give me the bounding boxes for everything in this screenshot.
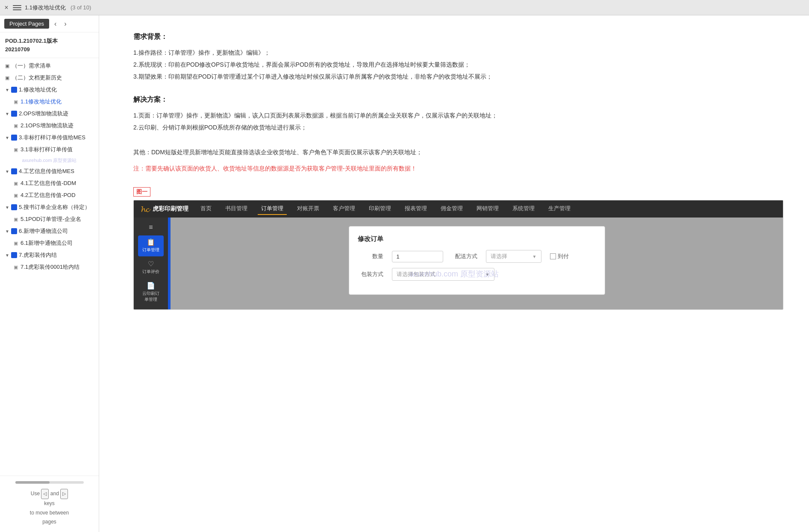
nav-catalog[interactable]: 书目管理 (222, 203, 251, 215)
nav-customers[interactable]: 客户管理 (329, 203, 359, 215)
sidebar-section-label: 6.新增中通物流公司 (19, 227, 68, 235)
nav-system[interactable]: 系统管理 (509, 203, 538, 215)
next-page-button[interactable]: › (62, 19, 69, 29)
left-panel-cloud-print[interactable]: 📄 云印刷订单管理 (138, 279, 164, 306)
other-section: 其他：DDM短版处理员新增地址页能直接筛选该企业收货地址、客户角色下单页面仅展示… (133, 146, 783, 174)
sidebar-sub-label: 4.2工艺信息传值-POD (21, 191, 76, 199)
sidebar-item-label: （二）文档更新历史 (12, 74, 62, 82)
section-color-bar (11, 87, 17, 93)
nav-online[interactable]: 网销管理 (473, 203, 502, 215)
sidebar-bottom: Use ◁ and ▷ keys to move between pages (0, 476, 99, 532)
quantity-input[interactable] (392, 251, 443, 262)
sidebar-section-3[interactable]: ▼ 3.非标打样订单传值给MES (0, 132, 99, 144)
delivery-select[interactable]: 请选择 ▼ (486, 250, 541, 263)
scrollbar-thumb[interactable] (15, 481, 50, 484)
screenshot-topbar: 𝓱𝓬 虎彩印刷管理 首页 书目管理 订单管理 对账开票 客户管理 印刷管理 报表… (134, 200, 783, 218)
sidebar-item-s2-1[interactable]: ▣ 2.1OPS增加物流轨迹 (0, 120, 99, 132)
screenshot-container: 𝓱𝓬 虎彩印刷管理 首页 书目管理 订单管理 对账开票 客户管理 印刷管理 报表… (133, 200, 783, 310)
app-logo: 𝓱𝓬 虎彩印刷管理 (141, 204, 188, 214)
sidebar-sub-label: 4.1工艺信息传值-DDM (21, 179, 76, 187)
form-label-delivery: 配送方式 (452, 253, 477, 260)
content-area: 需求背景： 1.操作路径：订单管理》操作，更新物流》编辑》； 2.系统现状：印前… (99, 15, 809, 532)
section-color-bar (11, 204, 17, 210)
toggle-icon: ▼ (5, 88, 9, 92)
sidebar-section-5[interactable]: ▼ 5.搜书订单企业名称（待定） (0, 201, 99, 213)
solution-section: 解决方案： 1.页面：订单管理》操作，更新物流》编辑，该入口页面列表展示数据源，… (133, 95, 783, 133)
sidebar-section-1[interactable]: ▼ 1.修改地址优化 (0, 84, 99, 96)
left-panel-order-review[interactable]: ♡ 订单评价 (138, 257, 164, 278)
next-key-badge: ▷ (60, 489, 68, 499)
project-pages-button[interactable]: Project Pages (4, 19, 49, 29)
sidebar-section-label: 3.非标打样订单传值给MES (19, 134, 85, 141)
nav-orders[interactable]: 订单管理 (258, 203, 287, 215)
top-bar: × 1.1修改地址优化 (3 of 10) (0, 0, 809, 15)
sidebar-section-label: 7.虎彩装传内结 (19, 251, 57, 259)
version-title-line1: POD.1.210702.1版本 (5, 37, 94, 45)
sidebar-item-s3-1[interactable]: ▣ 3.1非标打样订单传值 (0, 144, 99, 156)
doc-icon: ▣ (14, 265, 18, 270)
doc-icon: ▣ (14, 99, 18, 105)
nav-reports[interactable]: 报表管理 (401, 203, 430, 215)
toggle-icon: ▼ (5, 135, 9, 140)
left-panel-collapse[interactable]: ≡ (138, 221, 164, 235)
sidebar-item-label: （一）需求清单 (12, 62, 51, 70)
watermark-sidebar: axurehub.com 原型资源站 (0, 156, 99, 165)
cod-checkbox-box[interactable] (550, 253, 556, 259)
top-nav: 首页 书目管理 订单管理 对账开票 客户管理 印刷管理 报表管理 佣金管理 网销… (197, 203, 574, 215)
toggle-icon: ▼ (5, 205, 9, 210)
sidebar-header: POD.1.210702.1版本 20210709 (0, 32, 99, 58)
right-content: 修改订单 数量 配送方式 请选择 ▼ (168, 218, 783, 309)
sidebar-item-s7-1[interactable]: ▣ 7.1虎彩装传0001给内结 (0, 261, 99, 273)
sidebar-item-s5-1[interactable]: ▣ 5.1POD订单管理-企业名 (0, 213, 99, 225)
background-title: 需求背景： (133, 32, 783, 41)
key-hint: Use ◁ and ▷ keys to move between pages (30, 489, 69, 527)
modal-box: 修改订单 数量 配送方式 请选择 ▼ (349, 226, 605, 295)
doc-icon: ▣ (5, 75, 9, 81)
background-section: 需求背景： 1.操作路径：订单管理》操作，更新物流》编辑》； 2.系统现状：印前… (133, 32, 783, 82)
sidebar-section-2[interactable]: ▼ 2.OPS增加物流轨迹 (0, 108, 99, 120)
sidebar-item-s6-1[interactable]: ▣ 6.1新增中通物流公司 (0, 237, 99, 249)
nav-billing[interactable]: 对账开票 (294, 203, 323, 215)
sidebar-section-6[interactable]: ▼ 6.新增中通物流公司 (0, 225, 99, 237)
sidebar-sub-label: 1.1修改地址优化 (21, 98, 62, 106)
section-color-bar (11, 111, 17, 117)
packaging-select[interactable]: 请选择包装方式 ▼ (392, 268, 494, 281)
fig-label: 图一 (133, 187, 150, 197)
nav-production[interactable]: 生产管理 (545, 203, 574, 215)
screenshot-body: ≡ 📋 订单管理 ♡ 订单评价 📄 云印刷订单管理 (134, 218, 783, 309)
nav-print[interactable]: 印刷管理 (365, 203, 394, 215)
close-icon[interactable]: × (3, 5, 9, 11)
sidebar-item-s1-1[interactable]: ▣ 1.1修改地址优化 (0, 96, 99, 108)
form-label-packaging: 包装方式 (358, 270, 383, 278)
toggle-icon: ▼ (5, 112, 9, 116)
sidebar-item-s4-1[interactable]: ▣ 4.1工艺信息传值-DDM (0, 177, 99, 189)
prev-key-badge: ◁ (41, 489, 49, 499)
toggle-icon: ▼ (5, 229, 9, 234)
nav-home[interactable]: 首页 (197, 203, 215, 215)
sidebar-section-7[interactable]: ▼ 7.虎彩装传内结 (0, 249, 99, 261)
sidebar-item-s4-2[interactable]: ▣ 4.2工艺信息传值-POD (0, 189, 99, 201)
app-logo-icon: 𝓱𝓬 (141, 204, 149, 214)
sidebar-sub-label: 5.1POD订单管理-企业名 (21, 215, 81, 223)
menu-icon[interactable] (13, 3, 21, 12)
sidebar-item-history[interactable]: ▣ （二）文档更新历史 (0, 72, 99, 84)
cod-checkbox[interactable]: 到付 (550, 253, 569, 260)
sidebar-section-label: 1.修改地址优化 (19, 86, 57, 94)
left-panel-order-mgmt[interactable]: 📋 订单管理 (138, 235, 164, 256)
doc-icon: ▣ (14, 181, 18, 186)
sidebar-section-4[interactable]: ▼ 4.工艺信息传值给MES (0, 165, 99, 177)
sidebar-section-label: 4.工艺信息传值给MES (19, 168, 74, 175)
horizontal-scrollbar[interactable] (15, 481, 84, 484)
solution-text: 1.页面：订单管理》操作，更新物流》编辑，该入口页面列表展示数据源，根据当前订单… (133, 109, 783, 133)
app-name: 虎彩印刷管理 (153, 205, 188, 213)
toggle-icon: ▼ (5, 169, 9, 174)
page-title: 1.1修改地址优化 (3 of 10) (25, 4, 91, 12)
doc-icon: ▣ (14, 123, 18, 129)
toggle-icon: ▼ (5, 253, 9, 258)
prev-page-button[interactable]: ‹ (52, 19, 59, 29)
nav-commission[interactable]: 佣金管理 (437, 203, 466, 215)
sidebar-section-label: 2.OPS增加物流轨迹 (19, 110, 68, 118)
sidebar-item-requirements[interactable]: ▣ （一）需求清单 (0, 60, 99, 72)
modal-title: 修改订单 (358, 235, 596, 243)
sidebar-sub-label: 7.1虎彩装传0001给内结 (21, 263, 79, 271)
